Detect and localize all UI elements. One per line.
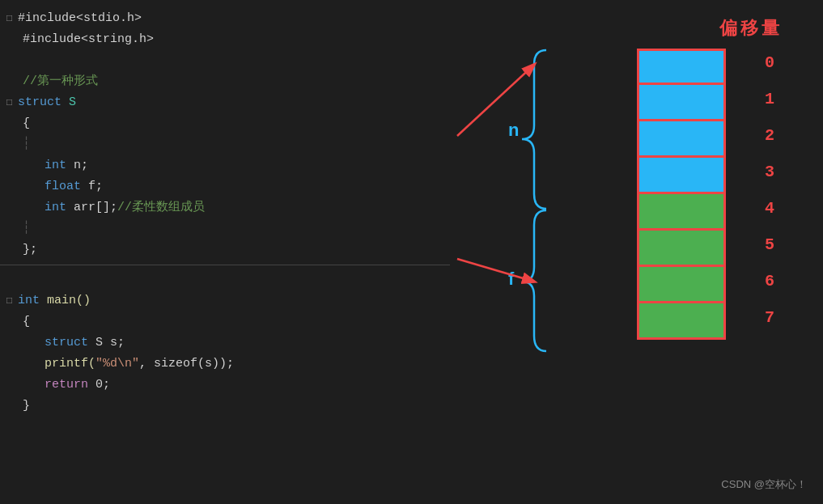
- watermark: CSDN @空杯心！: [721, 477, 807, 492]
- keyword-struct: struct: [18, 92, 62, 113]
- brace-f-path: [522, 210, 546, 351]
- comment-first-form: //第一种形式: [23, 71, 98, 92]
- code-text-2: #include<string.h>: [23, 29, 154, 50]
- struct-end: };: [23, 239, 37, 260]
- brace-close-main: }: [23, 396, 30, 417]
- divider-1: [0, 265, 450, 265]
- collapse-icon-5[interactable]: □: [6, 92, 16, 113]
- code-line-3: [0, 50, 453, 71]
- code-line-16: struct S s;: [0, 332, 453, 354]
- offset-1: 1: [758, 81, 774, 117]
- keyword-int-main: int: [18, 290, 40, 311]
- code-line-10: int arr[]; //柔性数组成员: [0, 197, 453, 218]
- code-line-18: return 0;: [0, 375, 453, 396]
- code-line-12: };: [0, 239, 453, 260]
- code-line-1: □ #include<stdio.h>: [0, 8, 453, 29]
- code-line-14: □ int main(): [0, 290, 453, 311]
- var-arr: arr[];: [66, 197, 117, 218]
- space: [62, 92, 69, 113]
- func-printf: printf(: [45, 354, 95, 375]
- offset-6: 6: [758, 263, 774, 299]
- offset-2: 2: [758, 117, 774, 154]
- brace-open-main: {: [23, 311, 30, 332]
- mem-row-6: [637, 267, 726, 303]
- mem-row-1: [637, 85, 726, 121]
- var-n: n;: [66, 155, 88, 176]
- var-f: f;: [81, 176, 103, 197]
- code-line-5: □ struct S: [0, 92, 453, 113]
- red-arrow-arr: [457, 259, 534, 282]
- mem-row-2: [637, 121, 726, 158]
- func-main: main(): [47, 290, 91, 311]
- collapse-icon-14[interactable]: □: [6, 290, 16, 311]
- code-text-1: #include<stdio.h>: [18, 8, 142, 29]
- offset-3: 3: [758, 154, 774, 190]
- label-f: f: [508, 269, 515, 289]
- type-int-arr: int: [45, 197, 66, 218]
- offset-7: 7: [758, 299, 774, 336]
- code-editor: □ #include<stdio.h> #include<string.h> /…: [0, 0, 453, 504]
- memory-diagram: [637, 49, 726, 340]
- mem-row-5: [637, 231, 726, 267]
- keyword-return: return: [45, 375, 88, 396]
- code-line-8: int n;: [0, 155, 453, 176]
- red-arrow-n: [457, 65, 534, 136]
- return-value: 0;: [88, 375, 110, 396]
- brace-open-struct: {: [23, 113, 30, 134]
- offset-4: 4: [758, 190, 774, 227]
- mem-row-0: [637, 49, 726, 85]
- code-line-9: float f;: [0, 176, 453, 197]
- code-line-4: //第一种形式: [0, 71, 453, 92]
- offset-labels: 0 1 2 3 4 5 6 7: [758, 44, 774, 336]
- offset-5: 5: [758, 227, 774, 263]
- mem-row-7: [637, 303, 726, 340]
- code-line-19: }: [0, 396, 453, 417]
- code-line-15: {: [0, 311, 453, 332]
- diagram-area: 偏移量 0 1 2 3 4 5 6 7 n: [453, 0, 823, 504]
- offset-0: 0: [758, 44, 774, 81]
- format-string: "%d\n": [95, 354, 139, 375]
- dot-line-2: ┆: [23, 218, 30, 239]
- mem-row-3: [637, 158, 726, 194]
- type-float: float: [45, 176, 81, 197]
- code-line-2: #include<string.h>: [0, 29, 453, 50]
- collapse-icon-1[interactable]: □: [6, 8, 16, 29]
- code-line-17: printf( "%d\n" , sizeof(s));: [0, 354, 453, 375]
- struct-name: S: [69, 92, 76, 113]
- keyword-struct-2: struct: [45, 332, 88, 354]
- sizeof-call: , sizeof(s));: [139, 354, 234, 375]
- brace-n-path: [522, 50, 546, 209]
- code-line-7: ┆: [0, 134, 453, 155]
- comment-flexible-array: //柔性数组成员: [117, 197, 205, 218]
- space2: [40, 290, 47, 311]
- code-line-6: {: [0, 113, 453, 134]
- type-int-n: int: [45, 155, 66, 176]
- var-s: S s;: [88, 332, 125, 354]
- dot-line: ┆: [23, 134, 30, 155]
- label-n: n: [508, 120, 519, 140]
- offset-title: 偏移量: [719, 16, 783, 40]
- code-line-13: [0, 269, 453, 290]
- mem-row-4: [637, 194, 726, 231]
- code-line-11: ┆: [0, 218, 453, 239]
